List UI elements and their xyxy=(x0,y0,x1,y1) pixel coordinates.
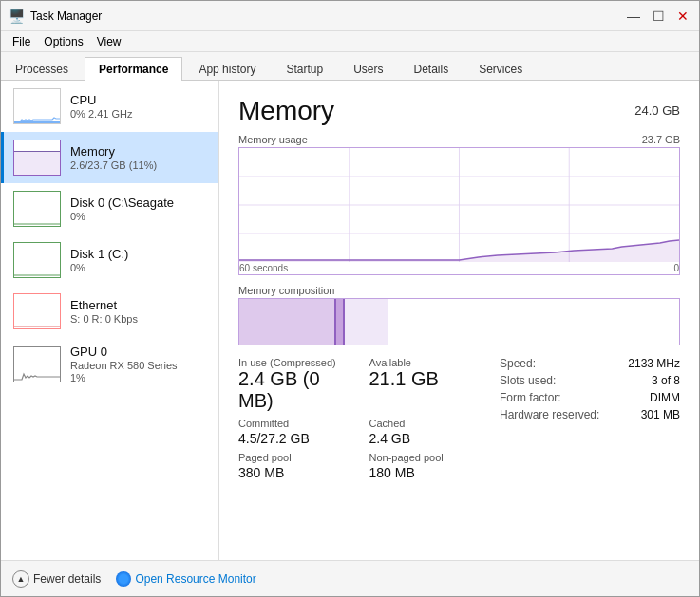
stat-hwres-row: Hardware reserved: 301 MB xyxy=(500,408,680,421)
memory-sub: 2.6/23.7 GB (11%) xyxy=(70,159,157,171)
disk1-info: Disk 1 (C:) 0% xyxy=(70,247,128,273)
stat-available-value: 21.1 GB xyxy=(369,368,482,390)
memory-graph-svg xyxy=(239,148,679,262)
memory-thumbnail xyxy=(13,140,61,176)
stat-speed-row: Speed: 2133 MHz xyxy=(500,357,680,370)
gpu0-thumbnail xyxy=(13,346,61,382)
stat-speed-label: Speed: xyxy=(500,357,536,370)
gpu0-sub: 1% xyxy=(70,372,178,383)
maximize-button[interactable]: ☐ xyxy=(650,9,667,24)
comp-label: Memory composition xyxy=(238,285,334,296)
stat-nonpaged: Non-paged pool 180 MB xyxy=(369,452,482,480)
stat-paged: Paged pool 380 MB xyxy=(238,452,350,480)
stat-available-label: Available xyxy=(369,357,482,368)
ethernet-sub: S: 0 R: 0 Kbps xyxy=(70,313,138,325)
memory-graph-area xyxy=(239,148,679,262)
tab-services[interactable]: Services xyxy=(464,57,537,81)
ethernet-name: Ethernet xyxy=(70,298,138,312)
stat-slots-label: Slots used: xyxy=(500,374,556,387)
minimize-button[interactable]: — xyxy=(625,9,642,24)
disk0-thumbnail xyxy=(13,191,61,227)
open-resource-monitor-link[interactable]: Open Resource Monitor xyxy=(116,571,255,587)
stat-committed-label: Committed xyxy=(238,418,350,429)
disk1-name: Disk 1 (C:) xyxy=(70,247,128,261)
cpu-info: CPU 0% 2.41 GHz xyxy=(70,93,132,120)
tab-performance[interactable]: Performance xyxy=(85,57,182,81)
disk0-name: Disk 0 (C:\Seagate xyxy=(70,196,174,210)
tab-app-history[interactable]: App history xyxy=(184,57,270,81)
sidebar-item-ethernet[interactable]: Ethernet S: 0 R: 0 Kbps xyxy=(1,286,218,337)
monitor-icon xyxy=(116,571,131,587)
stat-hwres-label: Hardware reserved: xyxy=(500,408,599,421)
comp-free xyxy=(388,299,679,345)
sidebar-item-disk1[interactable]: Disk 1 (C:) 0% xyxy=(1,234,218,286)
stat-in-use-label: In use (Compressed) xyxy=(238,357,350,368)
memory-name: Memory xyxy=(70,144,157,159)
app-icon: 🖥️ xyxy=(9,9,25,24)
gpu0-info: GPU 0 Radeon RX 580 Series 1% xyxy=(70,345,178,383)
memory-usage-graph: 60 seconds 0 xyxy=(238,147,680,275)
stats-row: In use (Compressed) 2.4 GB (0 MB) Availa… xyxy=(238,357,680,490)
stat-form-value: DIMM xyxy=(650,391,680,404)
chevron-up-icon: ▲ xyxy=(12,570,29,588)
cpu-name: CPU xyxy=(70,93,132,107)
fewer-details-button[interactable]: ▲ Fewer details xyxy=(12,570,101,588)
stat-slots-value: 3 of 8 xyxy=(652,374,680,387)
stat-committed-value: 4.5/27.2 GB xyxy=(238,431,350,446)
stat-speed-value: 2133 MHz xyxy=(628,357,680,370)
usage-section-label: Memory usage 23.7 GB xyxy=(238,134,680,145)
stat-cached: Cached 2.4 GB xyxy=(369,418,482,446)
memory-mini-graph xyxy=(14,151,60,175)
left-stats: In use (Compressed) 2.4 GB (0 MB) Availa… xyxy=(238,357,481,490)
detail-title: Memory xyxy=(238,96,334,126)
stat-in-use-value: 2.4 GB (0 MB) xyxy=(238,368,350,412)
footer: ▲ Fewer details Open Resource Monitor xyxy=(1,560,699,596)
fewer-details-label: Fewer details xyxy=(33,572,101,586)
title-bar: 🖥️ Task Manager — ☐ ✕ xyxy=(1,1,699,31)
tab-startup[interactable]: Startup xyxy=(272,57,337,81)
menu-options[interactable]: Options xyxy=(38,33,88,50)
stat-hwres-value: 301 MB xyxy=(641,408,680,421)
ethernet-info: Ethernet S: 0 R: 0 Kbps xyxy=(70,298,138,325)
comp-in-use xyxy=(239,299,336,345)
menu-view[interactable]: View xyxy=(91,33,127,50)
stat-paged-label: Paged pool xyxy=(238,452,350,463)
stat-cached-value: 2.4 GB xyxy=(369,431,482,446)
stat-in-use: In use (Compressed) 2.4 GB (0 MB) xyxy=(238,357,350,412)
sidebar-item-cpu[interactable]: CPU 0% 2.41 GHz xyxy=(1,81,218,132)
window-title: Task Manager xyxy=(30,9,102,23)
detail-header: Memory 24.0 GB xyxy=(238,96,680,126)
comp-standby xyxy=(345,299,388,345)
stat-form-label: Form factor: xyxy=(500,391,561,404)
stat-slots-row: Slots used: 3 of 8 xyxy=(500,374,680,387)
stat-paged-value: 380 MB xyxy=(238,465,350,480)
stat-nonpaged-value: 180 MB xyxy=(369,465,482,480)
cpu-sub: 0% 2.41 GHz xyxy=(70,108,132,120)
stat-committed: Committed 4.5/27.2 GB xyxy=(238,418,350,446)
disk1-sub: 0% xyxy=(70,262,128,273)
tab-bar: Processes Performance App history Startu… xyxy=(1,52,699,81)
disk1-thumbnail xyxy=(13,242,61,278)
title-bar-left: 🖥️ Task Manager xyxy=(9,9,102,24)
detail-pane: Memory 24.0 GB Memory usage 23.7 GB xyxy=(219,81,699,560)
sidebar: CPU 0% 2.41 GHz Memory 2.6/23.7 GB (11%) xyxy=(1,81,219,560)
disk0-sub: 0% xyxy=(70,211,174,222)
tab-users[interactable]: Users xyxy=(339,57,397,81)
right-stats: Speed: 2133 MHz Slots used: 3 of 8 Form … xyxy=(481,357,680,490)
close-button[interactable]: ✕ xyxy=(674,9,691,24)
memory-composition-bar xyxy=(238,298,680,345)
sidebar-item-memory[interactable]: Memory 2.6/23.7 GB (11%) xyxy=(1,132,218,183)
main-content: CPU 0% 2.41 GHz Memory 2.6/23.7 GB (11%) xyxy=(1,81,699,560)
tab-processes[interactable]: Processes xyxy=(1,57,83,81)
time-left: 60 seconds xyxy=(239,263,288,273)
stat-available: Available 21.1 GB xyxy=(369,357,482,412)
usage-max: 23.7 GB xyxy=(642,134,680,145)
stat-cached-label: Cached xyxy=(369,418,482,429)
detail-total: 24.0 GB xyxy=(634,103,680,118)
gpu0-name: GPU 0 xyxy=(70,345,178,359)
sidebar-item-gpu0[interactable]: GPU 0 Radeon RX 580 Series 1% xyxy=(1,337,218,391)
menu-file[interactable]: File xyxy=(7,33,36,50)
sidebar-item-disk0[interactable]: Disk 0 (C:\Seagate 0% xyxy=(1,183,218,234)
open-monitor-label: Open Resource Monitor xyxy=(135,572,255,586)
tab-details[interactable]: Details xyxy=(399,57,463,81)
